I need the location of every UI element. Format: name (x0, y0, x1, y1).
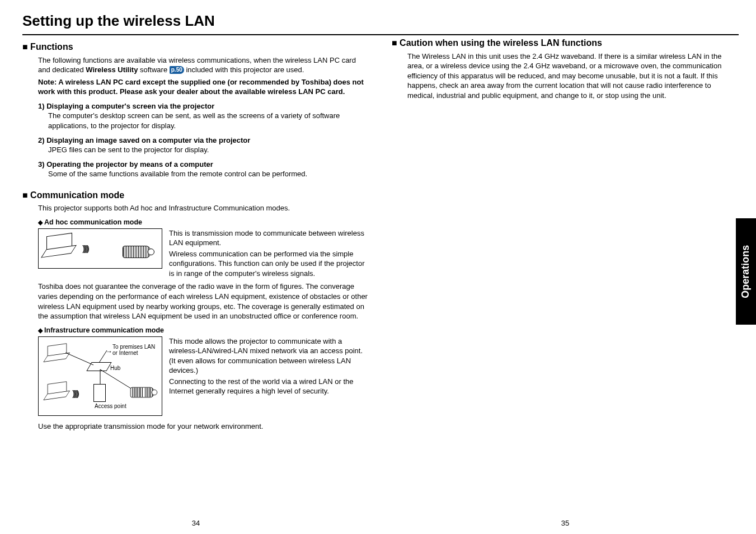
adhoc-row: )))))) This is transmission mode to comm… (38, 228, 369, 279)
comm-intro: This projector supports both Ad hoc and … (38, 203, 369, 213)
caution-heading: Caution when using the wireless LAN func… (392, 37, 739, 49)
page-number-right: 35 (392, 518, 739, 528)
laptop-icon (46, 232, 72, 252)
side-tab-label: Operations (739, 245, 753, 298)
infra-text: This mode allows the projector to commun… (169, 336, 369, 396)
function-item-1: 1) Displaying a computer's screen via th… (38, 101, 369, 131)
left-page: Setting up the wireless LAN Functions Th… (22, 11, 369, 433)
adhoc-text: This is transmission mode to communicate… (169, 228, 369, 279)
caution-body: The Wireless LAN in this unit uses the 2… (407, 51, 739, 101)
wireless-waves-icon: )))))) (82, 243, 88, 254)
functions-note: Note: A wireless LAN PC card except the … (38, 77, 369, 97)
infra-label: Infrastructure communication mode (38, 326, 369, 335)
right-page: Caution when using the wireless LAN func… (392, 11, 739, 102)
functions-heading: Functions (22, 41, 369, 53)
functions-intro: The following functions are available vi… (38, 55, 369, 75)
function-item-2: 2) Displaying an image saved on a comput… (38, 135, 369, 155)
function-item-3: 3) Operating the projector by means of a… (38, 160, 369, 179)
comm-closing: Use the appropriate transmission mode fo… (38, 421, 369, 432)
adhoc-label: Ad hoc communication mode (38, 218, 369, 227)
projector-icon (123, 246, 151, 258)
page-ref-p50[interactable]: p.50 (170, 66, 184, 74)
connector-lines (39, 337, 162, 415)
functions-body: The following functions are available vi… (38, 55, 369, 179)
svg-line-1 (99, 350, 107, 363)
side-tab-operations[interactable]: Operations (736, 218, 756, 325)
access-point-icon (93, 384, 106, 402)
page-title: Setting up the wireless LAN (22, 11, 369, 33)
comm-body: This projector supports both Ad hoc and … (38, 203, 369, 431)
comm-heading: Communication mode (22, 189, 369, 202)
infra-row: )))))) → To premises LAN or Internet Hub… (38, 336, 369, 416)
svg-line-0 (65, 353, 93, 365)
adhoc-figure: )))))) (38, 228, 162, 269)
infra-figure: )))))) → To premises LAN or Internet Hub… (38, 336, 162, 416)
page-number-left: 34 (22, 518, 369, 528)
adhoc-below: Toshiba does not guarantee the converage… (38, 282, 369, 321)
